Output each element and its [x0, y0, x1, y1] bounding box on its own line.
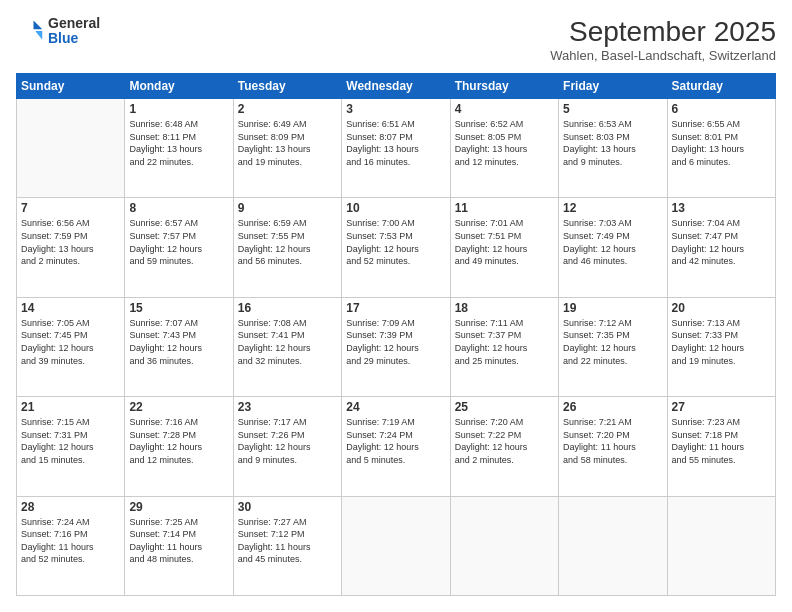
col-sunday: Sunday — [17, 74, 125, 99]
col-friday: Friday — [559, 74, 667, 99]
title-block: September 2025 Wahlen, Basel-Landschaft,… — [550, 16, 776, 63]
table-row: 4Sunrise: 6:52 AM Sunset: 8:05 PM Daylig… — [450, 99, 558, 198]
col-saturday: Saturday — [667, 74, 775, 99]
day-info: Sunrise: 7:12 AM Sunset: 7:35 PM Dayligh… — [563, 317, 662, 367]
table-row: 13Sunrise: 7:04 AM Sunset: 7:47 PM Dayli… — [667, 198, 775, 297]
day-info: Sunrise: 7:23 AM Sunset: 7:18 PM Dayligh… — [672, 416, 771, 466]
calendar-week-row: 7Sunrise: 6:56 AM Sunset: 7:59 PM Daylig… — [17, 198, 776, 297]
day-number: 26 — [563, 400, 662, 414]
day-number: 7 — [21, 201, 120, 215]
day-number: 20 — [672, 301, 771, 315]
table-row: 27Sunrise: 7:23 AM Sunset: 7:18 PM Dayli… — [667, 397, 775, 496]
day-number: 9 — [238, 201, 337, 215]
table-row: 23Sunrise: 7:17 AM Sunset: 7:26 PM Dayli… — [233, 397, 341, 496]
logo: General Blue — [16, 16, 100, 47]
table-row: 18Sunrise: 7:11 AM Sunset: 7:37 PM Dayli… — [450, 297, 558, 396]
col-wednesday: Wednesday — [342, 74, 450, 99]
day-number: 16 — [238, 301, 337, 315]
day-info: Sunrise: 7:15 AM Sunset: 7:31 PM Dayligh… — [21, 416, 120, 466]
table-row: 10Sunrise: 7:00 AM Sunset: 7:53 PM Dayli… — [342, 198, 450, 297]
day-info: Sunrise: 7:07 AM Sunset: 7:43 PM Dayligh… — [129, 317, 228, 367]
day-number: 29 — [129, 500, 228, 514]
day-info: Sunrise: 7:13 AM Sunset: 7:33 PM Dayligh… — [672, 317, 771, 367]
day-number: 14 — [21, 301, 120, 315]
day-info: Sunrise: 7:20 AM Sunset: 7:22 PM Dayligh… — [455, 416, 554, 466]
calendar-week-row: 14Sunrise: 7:05 AM Sunset: 7:45 PM Dayli… — [17, 297, 776, 396]
day-number: 17 — [346, 301, 445, 315]
table-row: 21Sunrise: 7:15 AM Sunset: 7:31 PM Dayli… — [17, 397, 125, 496]
day-number: 18 — [455, 301, 554, 315]
day-number: 24 — [346, 400, 445, 414]
day-info: Sunrise: 6:53 AM Sunset: 8:03 PM Dayligh… — [563, 118, 662, 168]
day-info: Sunrise: 7:05 AM Sunset: 7:45 PM Dayligh… — [21, 317, 120, 367]
table-row — [450, 496, 558, 595]
day-info: Sunrise: 7:03 AM Sunset: 7:49 PM Dayligh… — [563, 217, 662, 267]
table-row: 8Sunrise: 6:57 AM Sunset: 7:57 PM Daylig… — [125, 198, 233, 297]
day-number: 5 — [563, 102, 662, 116]
calendar-week-row: 21Sunrise: 7:15 AM Sunset: 7:31 PM Dayli… — [17, 397, 776, 496]
day-info: Sunrise: 6:48 AM Sunset: 8:11 PM Dayligh… — [129, 118, 228, 168]
day-number: 15 — [129, 301, 228, 315]
day-number: 27 — [672, 400, 771, 414]
table-row: 6Sunrise: 6:55 AM Sunset: 8:01 PM Daylig… — [667, 99, 775, 198]
calendar-table: Sunday Monday Tuesday Wednesday Thursday… — [16, 73, 776, 596]
day-info: Sunrise: 7:00 AM Sunset: 7:53 PM Dayligh… — [346, 217, 445, 267]
table-row: 20Sunrise: 7:13 AM Sunset: 7:33 PM Dayli… — [667, 297, 775, 396]
logo-text: General Blue — [48, 16, 100, 47]
col-thursday: Thursday — [450, 74, 558, 99]
day-number: 3 — [346, 102, 445, 116]
day-number: 10 — [346, 201, 445, 215]
table-row: 11Sunrise: 7:01 AM Sunset: 7:51 PM Dayli… — [450, 198, 558, 297]
calendar-week-row: 1Sunrise: 6:48 AM Sunset: 8:11 PM Daylig… — [17, 99, 776, 198]
day-info: Sunrise: 7:01 AM Sunset: 7:51 PM Dayligh… — [455, 217, 554, 267]
table-row: 26Sunrise: 7:21 AM Sunset: 7:20 PM Dayli… — [559, 397, 667, 496]
table-row: 29Sunrise: 7:25 AM Sunset: 7:14 PM Dayli… — [125, 496, 233, 595]
calendar-header-row: Sunday Monday Tuesday Wednesday Thursday… — [17, 74, 776, 99]
day-number: 21 — [21, 400, 120, 414]
table-row: 12Sunrise: 7:03 AM Sunset: 7:49 PM Dayli… — [559, 198, 667, 297]
table-row: 2Sunrise: 6:49 AM Sunset: 8:09 PM Daylig… — [233, 99, 341, 198]
table-row — [17, 99, 125, 198]
day-number: 1 — [129, 102, 228, 116]
day-number: 4 — [455, 102, 554, 116]
day-info: Sunrise: 6:49 AM Sunset: 8:09 PM Dayligh… — [238, 118, 337, 168]
day-info: Sunrise: 7:04 AM Sunset: 7:47 PM Dayligh… — [672, 217, 771, 267]
day-number: 6 — [672, 102, 771, 116]
svg-marker-1 — [34, 21, 43, 30]
col-monday: Monday — [125, 74, 233, 99]
table-row: 22Sunrise: 7:16 AM Sunset: 7:28 PM Dayli… — [125, 397, 233, 496]
table-row — [667, 496, 775, 595]
day-info: Sunrise: 7:21 AM Sunset: 7:20 PM Dayligh… — [563, 416, 662, 466]
day-number: 2 — [238, 102, 337, 116]
day-number: 22 — [129, 400, 228, 414]
day-info: Sunrise: 6:56 AM Sunset: 7:59 PM Dayligh… — [21, 217, 120, 267]
day-info: Sunrise: 7:17 AM Sunset: 7:26 PM Dayligh… — [238, 416, 337, 466]
logo-icon — [16, 17, 44, 45]
col-tuesday: Tuesday — [233, 74, 341, 99]
table-row: 15Sunrise: 7:07 AM Sunset: 7:43 PM Dayli… — [125, 297, 233, 396]
day-info: Sunrise: 7:24 AM Sunset: 7:16 PM Dayligh… — [21, 516, 120, 566]
table-row: 3Sunrise: 6:51 AM Sunset: 8:07 PM Daylig… — [342, 99, 450, 198]
day-info: Sunrise: 6:55 AM Sunset: 8:01 PM Dayligh… — [672, 118, 771, 168]
day-info: Sunrise: 6:51 AM Sunset: 8:07 PM Dayligh… — [346, 118, 445, 168]
day-number: 23 — [238, 400, 337, 414]
table-row: 7Sunrise: 6:56 AM Sunset: 7:59 PM Daylig… — [17, 198, 125, 297]
day-info: Sunrise: 6:59 AM Sunset: 7:55 PM Dayligh… — [238, 217, 337, 267]
day-number: 8 — [129, 201, 228, 215]
table-row: 14Sunrise: 7:05 AM Sunset: 7:45 PM Dayli… — [17, 297, 125, 396]
svg-marker-2 — [35, 31, 42, 40]
table-row: 1Sunrise: 6:48 AM Sunset: 8:11 PM Daylig… — [125, 99, 233, 198]
table-row: 17Sunrise: 7:09 AM Sunset: 7:39 PM Dayli… — [342, 297, 450, 396]
table-row: 28Sunrise: 7:24 AM Sunset: 7:16 PM Dayli… — [17, 496, 125, 595]
location: Wahlen, Basel-Landschaft, Switzerland — [550, 48, 776, 63]
table-row — [342, 496, 450, 595]
calendar-week-row: 28Sunrise: 7:24 AM Sunset: 7:16 PM Dayli… — [17, 496, 776, 595]
day-info: Sunrise: 7:19 AM Sunset: 7:24 PM Dayligh… — [346, 416, 445, 466]
month-title: September 2025 — [550, 16, 776, 48]
day-info: Sunrise: 7:11 AM Sunset: 7:37 PM Dayligh… — [455, 317, 554, 367]
page: General Blue September 2025 Wahlen, Base… — [0, 0, 792, 612]
day-number: 19 — [563, 301, 662, 315]
table-row: 9Sunrise: 6:59 AM Sunset: 7:55 PM Daylig… — [233, 198, 341, 297]
day-info: Sunrise: 6:52 AM Sunset: 8:05 PM Dayligh… — [455, 118, 554, 168]
day-info: Sunrise: 7:08 AM Sunset: 7:41 PM Dayligh… — [238, 317, 337, 367]
